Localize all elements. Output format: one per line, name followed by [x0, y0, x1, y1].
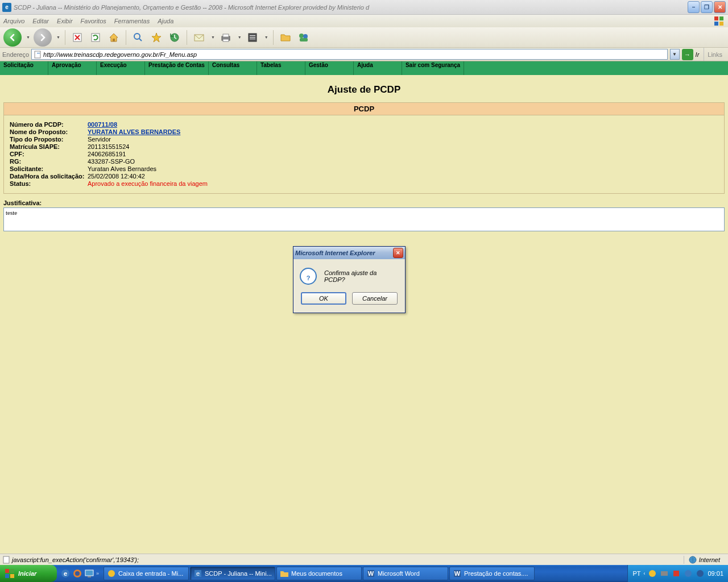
menu-consultas[interactable]: Consultas	[209, 61, 257, 75]
status-value: Aprovado a execução financeira da viagem	[88, 180, 208, 187]
solicitante-value: Yuratan Alves Bernardes	[88, 165, 156, 172]
forward-button	[34, 28, 52, 47]
go-button[interactable]: →	[682, 49, 693, 60]
svg-rect-30	[10, 574, 14, 578]
tray-icon-3[interactable]	[672, 569, 681, 578]
stop-button[interactable]	[70, 30, 85, 45]
links-label[interactable]: Links	[704, 48, 726, 61]
back-button[interactable]	[3, 28, 22, 47]
ie-quicklaunch-icon[interactable]: e	[60, 568, 71, 579]
go-label: Ir	[696, 51, 700, 58]
quick-launch: e »	[57, 565, 102, 582]
search-button[interactable]	[131, 30, 146, 45]
tray-icon-2[interactable]	[660, 569, 669, 578]
tipo-value: Servidor	[88, 136, 111, 143]
svg-text:?: ?	[307, 275, 311, 281]
maximize-button[interactable]: ❐	[701, 1, 713, 13]
task-word[interactable]: WMicrosoft Word	[363, 567, 448, 580]
menu-prestacao[interactable]: Prestação de Contas	[145, 61, 209, 75]
firefox-quicklaunch-icon[interactable]	[72, 568, 82, 579]
svg-rect-2	[714, 22, 718, 26]
home-button[interactable]	[106, 30, 121, 45]
messenger-button[interactable]	[296, 30, 311, 45]
clock[interactable]: 09:01	[708, 570, 723, 577]
url-input[interactable]: http://www.treinascdp.redegoverno.gov.br…	[31, 49, 667, 60]
svg-rect-20	[300, 38, 308, 41]
cpf-label: CPF:	[10, 151, 88, 157]
task-prestacao[interactable]: WPrestação de contas....	[449, 567, 535, 580]
url-dropdown-button[interactable]: ▼	[670, 49, 680, 60]
justificativa-textarea[interactable]	[3, 207, 725, 231]
svg-rect-36	[88, 576, 91, 577]
window-title: SCDP - Juliana -- Ministério do Planejam…	[14, 4, 688, 11]
close-button[interactable]: ✕	[714, 1, 726, 13]
svg-rect-25	[3, 556, 9, 563]
menu-editar[interactable]: Editar	[32, 18, 49, 24]
history-button[interactable]	[167, 30, 182, 45]
svg-rect-29	[5, 574, 9, 578]
menu-tabelas[interactable]: Tabelas	[257, 61, 305, 75]
nome-link[interactable]: YURATAN ALVES BERNARDES	[88, 128, 180, 135]
svg-rect-17	[250, 39, 255, 39]
svg-rect-35	[85, 570, 93, 576]
mail-dropdown-icon[interactable]: ▼	[211, 35, 215, 39]
print-button[interactable]	[218, 30, 233, 45]
svg-point-37	[108, 570, 115, 577]
minimize-button[interactable]: –	[688, 1, 700, 13]
svg-rect-0	[714, 16, 718, 20]
mail-button[interactable]	[192, 30, 206, 45]
menu-gestao[interactable]: Gestão	[305, 61, 354, 75]
refresh-button[interactable]	[88, 30, 103, 45]
zone-text: Internet	[699, 556, 720, 563]
forward-dropdown-icon[interactable]: ▼	[56, 35, 60, 39]
edit-button[interactable]	[245, 30, 260, 45]
edit-dropdown-icon[interactable]: ▼	[264, 35, 268, 39]
confirm-dialog: Microsoft Internet Explorer ✕ ? Confirma…	[293, 246, 406, 313]
cpf-value: 24062685191	[88, 151, 126, 157]
task-meusdocs[interactable]: Meus documentos	[276, 567, 362, 580]
svg-point-47	[685, 570, 692, 577]
print-dropdown-icon[interactable]: ▼	[238, 35, 242, 39]
svg-rect-1	[719, 16, 723, 20]
url-text: http://www.treinascdp.redegoverno.gov.br…	[43, 51, 197, 58]
dialog-close-button[interactable]: ✕	[393, 248, 403, 258]
task-scdp[interactable]: eSCDP - Juliana -- Mini...	[190, 567, 275, 580]
menu-aprovacao[interactable]: Aprovação	[48, 61, 97, 75]
tray-chevron-icon[interactable]: ‹	[643, 571, 645, 576]
app-menu: Solicitação Aprovação Execução Prestação…	[0, 61, 728, 75]
numero-link[interactable]: 000711/08	[88, 121, 117, 128]
menu-ferramentas[interactable]: Ferramentas	[114, 18, 150, 24]
task-inbox[interactable]: Caixa de entrada - Mi...	[104, 567, 189, 580]
nome-label: Nome do Proposto:	[10, 128, 88, 135]
svg-point-18	[299, 34, 304, 38]
system-tray: PT ‹ 09:01	[627, 565, 728, 582]
menu-arquivo[interactable]: Arquivo	[3, 18, 24, 24]
panel-header: PCDP	[4, 103, 724, 115]
start-button[interactable]: Iniciar	[0, 565, 57, 582]
menu-solicitacao[interactable]: Solicitação	[0, 61, 48, 75]
dialog-titlebar: Microsoft Internet Explorer ✕	[293, 247, 405, 259]
menu-ajuda[interactable]: Ajuda	[158, 18, 173, 24]
numero-label: Número da PCDP:	[10, 121, 88, 128]
ok-button[interactable]: OK	[301, 292, 346, 305]
folder-button[interactable]	[278, 30, 293, 45]
tray-icon-5[interactable]	[696, 569, 705, 578]
tipo-label: Tipo do Proposto:	[10, 136, 88, 143]
tray-icon-4[interactable]	[684, 569, 693, 578]
menu-sair[interactable]: Sair com Segurança	[402, 61, 464, 75]
menu-execucao[interactable]: Execução	[97, 61, 145, 75]
svg-text:e: e	[196, 570, 200, 577]
tray-icon-1[interactable]	[648, 569, 657, 578]
svg-rect-3	[719, 22, 723, 26]
ql-chevron-icon[interactable]: »	[96, 571, 99, 576]
desktop-quicklaunch-icon[interactable]	[84, 568, 94, 579]
svg-rect-28	[10, 569, 14, 573]
favorites-button[interactable]	[149, 30, 164, 45]
back-dropdown-icon[interactable]: ▼	[26, 35, 30, 39]
svg-point-34	[75, 571, 80, 576]
lang-indicator[interactable]: PT	[632, 570, 640, 577]
menu-favoritos[interactable]: Favoritos	[81, 18, 106, 24]
menu-exibir[interactable]: Exibir	[57, 18, 73, 24]
menu-ajuda-app[interactable]: Ajuda	[354, 61, 402, 75]
cancel-button[interactable]: Cancelar	[352, 292, 398, 305]
